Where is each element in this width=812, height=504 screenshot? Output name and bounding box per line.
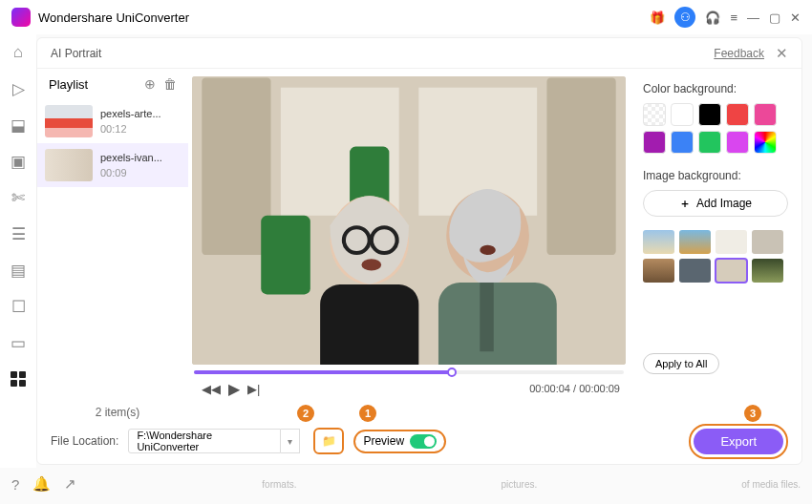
video-icon[interactable]: ▷ [8, 78, 29, 99]
help-icon[interactable]: ? [11, 476, 19, 493]
compress-icon[interactable]: ▣ [8, 151, 29, 172]
color-swatch[interactable] [671, 131, 694, 154]
merge-icon[interactable]: ☰ [8, 223, 29, 244]
bg-thumb[interactable] [752, 230, 783, 254]
screen-icon[interactable]: ☐ [8, 296, 29, 317]
app-logo [11, 8, 31, 27]
user-avatar[interactable]: ⚇ [674, 7, 695, 28]
svg-point-14 [480, 245, 496, 255]
feedback-link[interactable]: Feedback [714, 47, 764, 60]
delete-icon[interactable]: 🗑 [163, 76, 177, 92]
left-sidebar: ⌂ ▷ ⬓ ▣ ✄ ☰ ▤ ☐ ▭ [0, 34, 36, 468]
folder-icon: 📁 [322, 434, 336, 448]
title-bar: Wondershare UniConverter 🎁 ⚇ 🎧 ≡ — ▢ ✕ [0, 0, 812, 34]
bg-thumb[interactable] [679, 230, 711, 254]
open-folder-button[interactable]: 📁 [313, 428, 344, 454]
color-swatch[interactable] [643, 131, 666, 154]
playlist-item[interactable]: pexels-arte... 00:12 [37, 99, 188, 143]
callout-1: 1 [359, 405, 376, 422]
callout-2: 2 [297, 405, 314, 422]
maximize-icon[interactable]: ▢ [769, 10, 780, 25]
gift-icon[interactable]: 🎁 [650, 10, 665, 25]
image-thumbnails [643, 230, 788, 283]
share-icon[interactable]: ↗ [64, 475, 76, 493]
duration: 00:09 [100, 167, 181, 178]
bg-thumb[interactable] [716, 230, 747, 254]
color-swatch[interactable] [726, 131, 749, 154]
status-bar: ? 🔔 ↗ formats. pictures. of media files. [0, 468, 812, 500]
minimize-icon[interactable]: — [747, 10, 759, 25]
svg-rect-6 [261, 216, 310, 295]
color-swatch[interactable] [754, 131, 777, 154]
time-total: 00:00:09 [579, 383, 620, 394]
svg-rect-16 [480, 283, 493, 351]
add-file-icon[interactable]: ⊕ [144, 76, 156, 92]
svg-rect-12 [320, 284, 418, 365]
panel-title: AI Portrait [51, 47, 101, 60]
menu-icon[interactable]: ≡ [730, 10, 737, 25]
file-location-dropdown[interactable]: ▾ [281, 429, 300, 453]
prev-button[interactable]: ◀◀ [202, 382, 221, 396]
headset-icon[interactable]: 🎧 [705, 10, 720, 25]
thumbnail [45, 105, 93, 137]
svg-rect-1 [202, 77, 270, 255]
time-current: 00:00:04 [529, 383, 570, 394]
home-icon[interactable]: ⌂ [8, 42, 29, 63]
cut-icon[interactable]: ✄ [8, 187, 29, 208]
app-title: Wondershare UniConverter [38, 10, 189, 25]
toolbox-icon[interactable] [8, 368, 29, 389]
bg-thumb[interactable] [752, 259, 783, 283]
bg-thumb[interactable] [643, 230, 674, 254]
close-window-icon[interactable]: ✕ [790, 10, 801, 25]
color-swatch[interactable] [698, 131, 721, 154]
plus-icon: ＋ [679, 196, 691, 212]
svg-rect-2 [546, 77, 615, 255]
options-panel: Color background: Image background: ＋ [630, 69, 801, 403]
image-bg-label: Image background: [643, 169, 788, 182]
play-button[interactable]: ▶ [228, 380, 240, 398]
apply-to-all-button[interactable]: Apply to All [643, 353, 719, 374]
svg-rect-15 [438, 283, 557, 365]
svg-point-11 [361, 259, 381, 270]
preview-toggle[interactable] [410, 434, 437, 449]
file-name: pexels-ivan... [100, 152, 181, 163]
export-button[interactable]: Export [694, 429, 783, 454]
color-swatch[interactable] [726, 103, 749, 126]
tv-icon[interactable]: ▭ [8, 332, 29, 353]
duration: 00:12 [100, 123, 181, 135]
playlist-item[interactable]: pexels-ivan... 00:09 [37, 143, 188, 187]
color-swatch[interactable] [698, 103, 721, 126]
download-icon[interactable]: ⬓ [8, 115, 29, 136]
thumbnail [45, 149, 93, 181]
bg-thumb[interactable] [679, 259, 711, 283]
file-location-label: File Location: [51, 434, 118, 448]
preview-area: ◀◀ ▶ ▶| 00:00:04 / 00:00:09 [188, 69, 630, 403]
color-swatches [643, 103, 788, 154]
item-count: 2 item(s) [51, 406, 184, 419]
close-panel-icon[interactable]: ✕ [776, 45, 788, 62]
next-button[interactable]: ▶| [247, 382, 260, 396]
bg-thumb[interactable] [643, 259, 674, 283]
add-image-button[interactable]: ＋ Add Image [643, 190, 788, 217]
playlist-panel: Playlist ⊕ 🗑 pexels-arte... 00:12 pexels… [37, 69, 188, 403]
color-bg-label: Color background: [643, 82, 788, 95]
progress-bar[interactable] [194, 370, 624, 374]
image-icon[interactable]: ▤ [8, 260, 29, 281]
color-swatch[interactable] [643, 103, 666, 126]
file-location-value: F:\Wondershare UniConverter [128, 429, 281, 453]
color-swatch[interactable] [754, 103, 777, 126]
preview-label: Preview [363, 434, 404, 448]
playlist-label: Playlist [49, 77, 88, 92]
color-swatch[interactable] [671, 103, 694, 126]
video-preview[interactable] [192, 76, 626, 365]
bell-icon[interactable]: 🔔 [32, 475, 51, 493]
content-panel: AI Portrait Feedback ✕ Playlist ⊕ 🗑 pexe… [36, 37, 802, 465]
file-name: pexels-arte... [100, 108, 181, 119]
bg-thumb[interactable] [716, 259, 747, 283]
callout-3: 3 [744, 405, 761, 422]
